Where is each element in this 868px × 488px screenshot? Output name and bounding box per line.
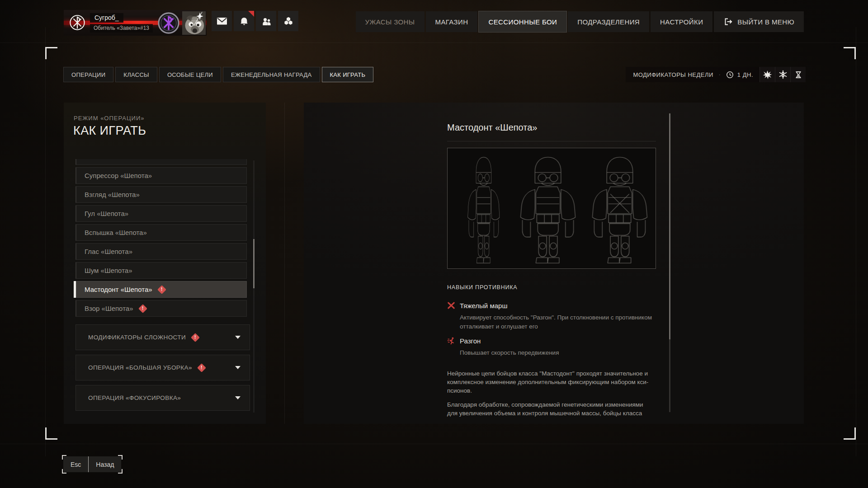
class-list-item[interactable]: Вспышка «Шепота» bbox=[75, 224, 247, 241]
nav-zone-horrors[interactable]: УЖАСЫ ЗОНЫ bbox=[356, 11, 425, 32]
corner-bracket bbox=[844, 47, 856, 59]
friends-icon bbox=[261, 17, 271, 26]
class-lore: Нейронные цепи бойцов класса "Мастодонт"… bbox=[447, 369, 651, 423]
class-list-item-clipped[interactable] bbox=[75, 159, 247, 165]
hint-bracket bbox=[62, 455, 66, 460]
class-list-item[interactable]: Взор «Шепота» ! bbox=[75, 300, 247, 317]
clan-emblem-icon bbox=[157, 11, 180, 35]
skill-heavy-march: Тяжелый марш Активирует способность "Раз… bbox=[447, 301, 656, 331]
class-list-item[interactable]: Гул «Шепота» bbox=[75, 205, 247, 222]
list-scrollbar[interactable] bbox=[253, 160, 255, 413]
top-nav: УЖАСЫ ЗОНЫ МАГАЗИН СЕССИОННЫЕ БОИ ПОДРАЗ… bbox=[356, 11, 804, 32]
week-modifiers-label: МОДИФИКАТОРЫ НЕДЕЛИ bbox=[626, 71, 718, 78]
corner-bracket bbox=[844, 427, 856, 440]
armor-blueprint bbox=[447, 148, 656, 269]
modifier-burst[interactable] bbox=[760, 67, 775, 82]
chevron-down-icon bbox=[235, 336, 241, 339]
divider bbox=[447, 141, 656, 141]
avatar bbox=[182, 11, 206, 35]
tab-how-to-play[interactable]: КАК ИГРАТЬ bbox=[322, 67, 374, 82]
modifier-hourglass[interactable] bbox=[790, 67, 806, 82]
skill-description: Повышает скорость передвижения bbox=[460, 348, 656, 357]
guide-line bbox=[856, 27, 856, 456]
skill-description: Активирует способность "Разгон". При сто… bbox=[460, 313, 656, 331]
lore-paragraph: Благодаря обработке, сопровождаемой гене… bbox=[447, 400, 651, 418]
lore-paragraph: Нейронные цепи бойцов класса "Мастодонт"… bbox=[447, 369, 651, 395]
back-hint: Esc Назад bbox=[63, 456, 121, 472]
tab-weekly-reward[interactable]: ЕЖЕНЕДЕЛЬНАЯ НАГРАДА bbox=[223, 67, 320, 82]
list-scrollbar-thumb[interactable] bbox=[253, 239, 255, 288]
exit-icon bbox=[723, 17, 732, 26]
separator-dot: · bbox=[719, 71, 721, 78]
skill-name: Разгон bbox=[460, 337, 481, 345]
week-modifiers-bar: МОДИФИКАТОРЫ НЕДЕЛИ · 1 ДН. bbox=[626, 67, 806, 82]
mail-button[interactable] bbox=[212, 11, 232, 31]
class-list-item-selected[interactable]: Мастодонт «Шепота» ! bbox=[75, 281, 247, 298]
enemy-skills-header: НАВЫКИ ПРОТИВНИКА bbox=[447, 284, 517, 291]
class-detail-panel: Мастодонт «Шепота» bbox=[304, 103, 804, 424]
sub-tabs: ОПЕРАЦИИ КЛАССЫ ОСОБЫЕ ЦЕЛИ ЕЖЕНЕДЕЛЬНАЯ… bbox=[63, 67, 373, 82]
player-banner[interactable]: Сугроб_ Обитель «Завета»#13 bbox=[64, 10, 207, 36]
corner-bracket bbox=[45, 47, 57, 59]
section-operation-focusing[interactable]: ОПЕРАЦИЯ «ФОКУСИРОВКА» bbox=[75, 385, 250, 411]
guide-line bbox=[0, 42, 868, 43]
class-list-item[interactable]: Взгляд «Шепота» bbox=[75, 186, 247, 203]
game-screen: Сугроб_ Обитель «Завета»#13 bbox=[0, 0, 868, 488]
detail-scrollbar-thumb[interactable] bbox=[669, 113, 670, 339]
panel-subtitle: РЕЖИМ «ОПЕРАЦИИ» bbox=[74, 115, 145, 122]
bell-icon bbox=[240, 17, 249, 26]
tab-classes[interactable]: КЛАССЫ bbox=[115, 67, 157, 82]
skill-name: Тяжелый марш bbox=[460, 302, 507, 310]
detail-scrollbar[interactable] bbox=[669, 113, 670, 412]
hourglass-icon bbox=[794, 70, 802, 79]
nav-divisions[interactable]: ПОДРАЗДЕЛЕНИЯ bbox=[568, 11, 649, 32]
tab-operations[interactable]: ОПЕРАЦИИ bbox=[63, 67, 113, 82]
nav-shop[interactable]: МАГАЗИН bbox=[426, 11, 478, 32]
modifier-snowflake[interactable] bbox=[775, 67, 790, 82]
clan-button[interactable] bbox=[278, 11, 298, 31]
esc-key[interactable]: Esc bbox=[63, 456, 88, 472]
nav-settings[interactable]: НАСТРОЙКИ bbox=[651, 11, 712, 32]
skill-sprint: Разгон Повышает скорость передвижения bbox=[447, 337, 656, 357]
chevron-down-icon bbox=[235, 396, 241, 399]
mail-icon bbox=[217, 17, 227, 25]
notification-badge bbox=[248, 11, 254, 17]
tab-special-goals[interactable]: ОСОБЫЕ ЦЕЛИ bbox=[159, 67, 221, 82]
section-operation-big-cleanup[interactable]: ОПЕРАЦИЯ «БОЛЬШАЯ УБОРКА» ! bbox=[75, 355, 250, 380]
burst-icon bbox=[763, 70, 772, 80]
nav-exit-to-menu[interactable]: ВЫЙТИ В МЕНЮ bbox=[714, 11, 804, 32]
alert-badge: ! bbox=[138, 304, 147, 313]
sprint-skill-icon bbox=[447, 337, 455, 345]
notifications-button[interactable] bbox=[234, 11, 254, 31]
class-list-item[interactable]: Шум «Шепота» bbox=[75, 262, 247, 279]
alert-badge: ! bbox=[191, 333, 200, 342]
guide-line bbox=[45, 27, 46, 456]
how-to-play-panel: РЕЖИМ «ОПЕРАЦИИ» КАК ИГРАТЬ Супрессор «Ш… bbox=[64, 103, 266, 424]
friends-button[interactable] bbox=[256, 11, 276, 31]
snowflake-icon bbox=[778, 70, 788, 79]
hexagons-icon bbox=[283, 17, 293, 25]
clock-icon bbox=[726, 71, 734, 79]
class-list-item[interactable]: Супрессор «Шепота» bbox=[75, 167, 247, 184]
panel-divider bbox=[284, 103, 285, 424]
hint-bracket bbox=[118, 455, 123, 460]
alert-badge: ! bbox=[197, 363, 206, 372]
hint-bracket bbox=[118, 469, 123, 474]
corner-bracket bbox=[45, 427, 57, 440]
nav-session-battles[interactable]: СЕССИОННЫЕ БОИ bbox=[479, 11, 566, 32]
week-duration: 1 ДН. bbox=[737, 71, 753, 78]
section-difficulty-modifiers[interactable]: МОДИФИКАТОРЫ СЛОЖНОСТИ ! bbox=[75, 324, 250, 350]
player-clan: Обитель «Завета»#13 bbox=[90, 24, 153, 33]
chevron-down-icon bbox=[235, 366, 241, 369]
back-button[interactable]: Назад bbox=[89, 456, 121, 472]
class-list-item[interactable]: Глас «Шепота» bbox=[75, 243, 247, 260]
guide-line bbox=[0, 444, 868, 444]
detail-title: Мастодонт «Шепота» bbox=[447, 122, 537, 133]
panel-title: КАК ИГРАТЬ bbox=[73, 124, 146, 138]
hint-bracket bbox=[62, 469, 66, 474]
charge-skill-icon bbox=[447, 301, 455, 310]
alert-badge: ! bbox=[157, 285, 166, 294]
faction-icon bbox=[69, 14, 86, 31]
collapsible-sections: МОДИФИКАТОРЫ СЛОЖНОСТИ ! ОПЕРАЦИЯ «БОЛЬШ… bbox=[75, 320, 250, 411]
class-list: Супрессор «Шепота» Взгляд «Шепота» Гул «… bbox=[75, 159, 247, 319]
